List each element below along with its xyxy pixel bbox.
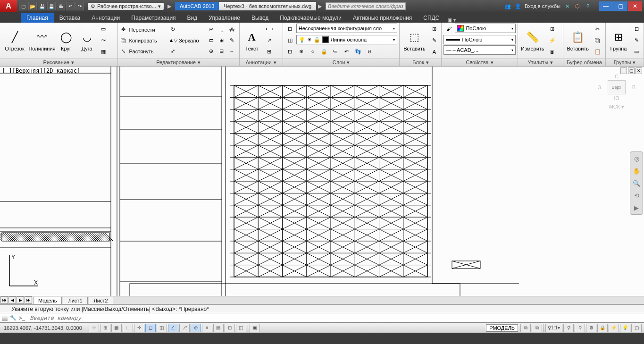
rectangle-button[interactable]: ▭ bbox=[98, 24, 109, 34]
login-link[interactable]: Вход в службы bbox=[525, 3, 560, 9]
copy-clip-button[interactable]: ⿻ bbox=[593, 35, 603, 46]
drag-handle-icon[interactable] bbox=[2, 315, 8, 321]
stretch-button[interactable]: ⤡Растянуть bbox=[120, 46, 167, 57]
sc-toggle[interactable]: ◫ bbox=[236, 324, 246, 332]
layer-props-button[interactable]: ⊞ bbox=[285, 24, 295, 34]
group-button[interactable]: ⊞Группа bbox=[608, 24, 629, 57]
measure-button[interactable]: 📏Измерить bbox=[520, 24, 545, 57]
calc-button[interactable]: 🖩 bbox=[547, 47, 558, 57]
maximize-button[interactable]: ▢ bbox=[613, 1, 627, 11]
ribbon-expand-icon[interactable]: ▣ ▾ bbox=[448, 17, 456, 23]
workspace-selector[interactable]: ⚙ Рабочее пространство... ▾ bbox=[88, 3, 164, 10]
infer-constraints-toggle[interactable]: ⊹ bbox=[89, 324, 99, 332]
group-edit-button[interactable]: ✎ bbox=[631, 35, 642, 46]
text-button[interactable]: AТекст bbox=[242, 24, 262, 57]
tab-next-icon[interactable]: ▶ bbox=[17, 296, 24, 304]
viewcube-top-face[interactable]: Верх bbox=[608, 80, 626, 94]
layer-state-dropdown[interactable]: Несохраненная конфигурация сло▾ bbox=[296, 24, 398, 33]
offset-button[interactable]: ⊏ bbox=[206, 35, 217, 46]
osnap-toggle[interactable]: ◻ bbox=[145, 324, 156, 332]
layer-merge-button[interactable]: ⊎ bbox=[364, 46, 375, 57]
isolate-objects-icon[interactable]: 💡 bbox=[620, 324, 630, 332]
saveas-icon[interactable]: 💾 bbox=[47, 2, 56, 10]
qp-toggle[interactable]: ⊡ bbox=[225, 324, 235, 332]
model-space-badge[interactable]: РМОДЕЛЬ bbox=[486, 324, 518, 332]
dyn-toggle[interactable]: ⊕ bbox=[191, 324, 201, 332]
layout-tab-sheet2[interactable]: Лист2 bbox=[89, 297, 113, 304]
move-button[interactable]: ✥Перенести bbox=[120, 25, 167, 35]
layer-freeze-button[interactable]: ❄ bbox=[296, 46, 307, 57]
print-icon[interactable]: 🖶 bbox=[57, 2, 65, 10]
paste-button[interactable]: 📋Вставить bbox=[565, 24, 591, 57]
leader-button[interactable]: ↗ bbox=[264, 35, 275, 46]
circle-button[interactable]: ◯Круг bbox=[57, 24, 75, 57]
mirror-button[interactable]: ▲▽Зеркало bbox=[169, 35, 204, 46]
layout-tab-sheet1[interactable]: Лист1 bbox=[63, 297, 87, 304]
rotate-button[interactable]: ↻ bbox=[169, 25, 204, 35]
view-cube[interactable]: С З Верх В Ю МСК ▾ bbox=[598, 74, 636, 130]
tpy-toggle[interactable]: ▤ bbox=[213, 324, 224, 332]
drawing-area[interactable]: [–][Верхняя][2D каркас] — ▢ ✕ bbox=[0, 67, 644, 296]
panel-properties-title[interactable]: Свойства ▾ bbox=[442, 58, 517, 66]
break-button[interactable]: ⊟ bbox=[217, 46, 227, 57]
search-input[interactable] bbox=[326, 2, 406, 10]
annotation-autoscale-icon[interactable]: ⚲ bbox=[575, 324, 585, 332]
model-paper-toggle[interactable]: ▣ bbox=[250, 324, 260, 332]
join-button[interactable]: ⊕ bbox=[206, 46, 217, 57]
tab-last-icon[interactable]: ⏭ bbox=[25, 296, 32, 304]
wrench-icon[interactable]: 🔧 bbox=[9, 314, 17, 322]
orbit-icon[interactable]: ⟲ bbox=[632, 191, 641, 200]
extend-button[interactable]: → bbox=[227, 46, 237, 57]
tab-parametric[interactable]: Параметризация bbox=[125, 13, 181, 23]
layer-off-button[interactable]: ○ bbox=[308, 46, 318, 57]
viewcube-north[interactable]: С bbox=[598, 74, 636, 79]
minimize-button[interactable]: — bbox=[599, 1, 613, 11]
ortho-toggle[interactable]: ∟ bbox=[123, 324, 133, 332]
exchange-apps-icon[interactable]: ⬡ bbox=[574, 2, 581, 10]
panel-annotation-title[interactable]: Аннотации ▾ bbox=[240, 58, 283, 66]
panel-utilities-title[interactable]: Утилиты ▾ bbox=[518, 58, 563, 66]
app-logo-icon[interactable]: A bbox=[0, 0, 17, 12]
annotation-visibility-icon[interactable]: ⚲ bbox=[563, 324, 574, 332]
viewcube-east[interactable]: В bbox=[632, 84, 636, 90]
drawing-canvas[interactable]: Y X bbox=[0, 67, 644, 296]
tab-plugins[interactable]: Подключаемые модули bbox=[274, 13, 347, 23]
layer-dropdown[interactable]: 💡☀🔓 Линия основна▾ bbox=[296, 35, 398, 44]
hardware-accel-icon[interactable]: ⚡ bbox=[609, 324, 619, 332]
panel-layers-title[interactable]: Слои ▾ bbox=[283, 58, 400, 66]
toolbar-lock-icon[interactable]: 🔒 bbox=[597, 324, 608, 332]
undo-icon[interactable]: ↶ bbox=[66, 2, 75, 10]
redo-icon[interactable]: ↷ bbox=[75, 2, 84, 10]
lineweight-dropdown[interactable]: ПоСлою▾ bbox=[443, 35, 515, 44]
viewcube-south[interactable]: Ю bbox=[598, 95, 636, 101]
new-icon[interactable]: ▢ bbox=[19, 2, 27, 10]
snap-toggle[interactable]: ⊞ bbox=[100, 324, 110, 332]
open-icon[interactable]: 📂 bbox=[28, 2, 37, 10]
trim-button[interactable]: ✂ bbox=[206, 25, 217, 35]
explode-button[interactable]: ⁂ bbox=[227, 25, 237, 35]
insert-block-button[interactable]: ⬚Вставить bbox=[401, 24, 427, 57]
linetype-dropdown[interactable]: — – ACAD_...▾ bbox=[443, 45, 515, 55]
select-all-button[interactable]: ⊞ bbox=[547, 24, 558, 34]
color-dropdown[interactable]: ПоСлою▾ bbox=[455, 24, 515, 33]
panel-groups-title[interactable]: Группы ▾ bbox=[606, 58, 644, 66]
quick-select-button[interactable]: ⚡ bbox=[547, 35, 558, 46]
play-icon-2[interactable]: ▶ bbox=[318, 3, 322, 9]
erase-button[interactable]: ✎ bbox=[227, 35, 237, 46]
clean-screen-icon[interactable]: ▢ bbox=[631, 324, 642, 332]
tab-prev-icon[interactable]: ◀ bbox=[8, 296, 16, 304]
pan-icon[interactable]: ✋ bbox=[632, 166, 641, 176]
help-icon[interactable]: ? bbox=[584, 2, 592, 10]
group-bbox-button[interactable]: ▭ bbox=[631, 47, 642, 57]
exchange-icon[interactable]: ✕ bbox=[563, 2, 571, 10]
tab-home[interactable]: Главная bbox=[21, 13, 54, 23]
zoom-extents-icon[interactable]: 🔍 bbox=[632, 178, 641, 188]
layer-iso-button[interactable]: ⊡ bbox=[285, 46, 295, 57]
people-icon[interactable]: 👥 bbox=[504, 2, 511, 10]
close-button[interactable]: ✕ bbox=[628, 1, 642, 11]
grid-toggle[interactable]: ▦ bbox=[111, 324, 122, 332]
lwt-toggle[interactable]: ≡ bbox=[202, 324, 212, 332]
polar-toggle[interactable]: ✛ bbox=[134, 324, 144, 332]
search-box[interactable] bbox=[326, 2, 406, 10]
user-icon[interactable]: 👤 bbox=[514, 2, 522, 10]
